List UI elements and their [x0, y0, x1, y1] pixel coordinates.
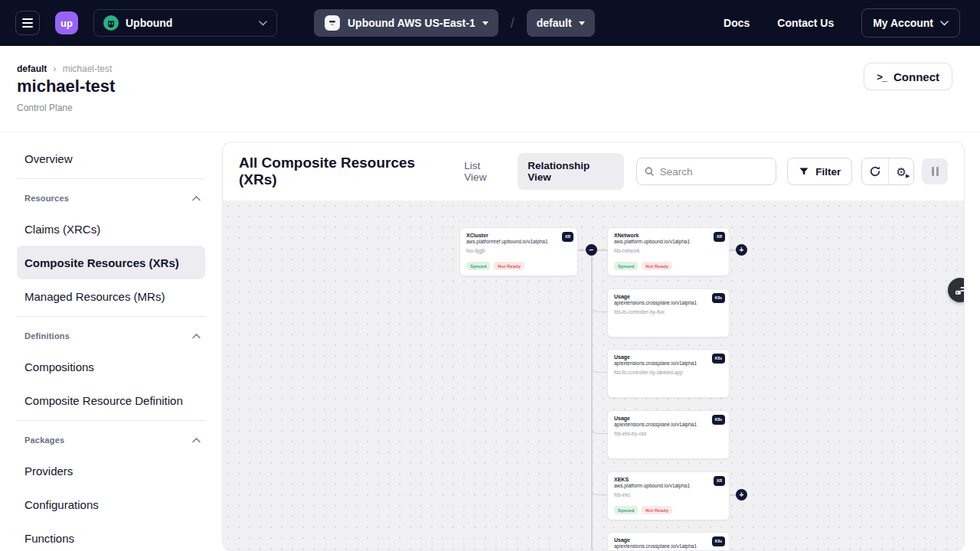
relationship-view-button[interactable]: Relationship View	[518, 153, 624, 190]
gears-icon: ⚙	[896, 166, 906, 178]
kind-badge: XR	[714, 232, 725, 242]
legend-toggle-button[interactable]	[948, 278, 965, 302]
node-title: XNetwork	[614, 233, 723, 239]
view-toggle: List View Relationship View	[454, 153, 624, 190]
collapse-button[interactable]: −	[586, 244, 597, 256]
sidebar-item-claims[interactable]: Claims (XRCs)	[17, 212, 205, 246]
graph-edge-elbow	[591, 487, 607, 495]
menu-button[interactable]	[15, 11, 40, 35]
graph-node-usage-labeled-app[interactable]: K8s Usage apiextensions.crossplane.io/v1…	[607, 349, 730, 398]
node-title: Usage	[614, 294, 723, 300]
graph-edge-elbow	[591, 305, 607, 312]
org-selector-label: Upbound	[126, 17, 172, 29]
play-icon: ▶	[906, 173, 910, 178]
chevron-up-icon	[192, 334, 201, 339]
expand-button[interactable]: +	[736, 489, 747, 500]
node-title: Usage	[614, 416, 723, 422]
breadcrumb-parent[interactable]: default	[17, 64, 47, 74]
pause-icon	[932, 167, 934, 176]
divider	[17, 178, 205, 179]
graph-edge-elbow	[591, 365, 607, 373]
sidebar-item-overview[interactable]: Overview	[17, 142, 205, 175]
node-api-version: aws.platform.upbound.io/v1alpha1	[614, 483, 723, 489]
sidebar-item-managed-resources[interactable]: Managed Resources (MRs)	[17, 279, 205, 313]
node-api-version: apiextensions.crossplane.io/v1alpha1	[614, 422, 723, 428]
run-operations-button[interactable]: ⚙ ▶	[888, 158, 914, 184]
panel-title: All Composite Resources (XRs)	[239, 155, 454, 188]
chevron-down-icon	[940, 21, 949, 26]
node-title: Usage	[614, 354, 723, 360]
my-account-button[interactable]: My Account	[861, 8, 960, 37]
sidebar-section-resources[interactable]: Resources	[17, 184, 205, 212]
node-api-version: apiextensions.crossplane.io/v1alpha1	[614, 300, 723, 306]
node-api-version: apiextensions.crossplane.io/v1alpha1	[614, 543, 723, 549]
graph-actions: ⚙ ▶	[861, 158, 914, 185]
filter-label: Filter	[815, 166, 841, 178]
filter-icon	[799, 166, 809, 177]
graph-node-xcluster[interactable]: XR XCluster aws.platformref.upbound.io/v…	[459, 227, 578, 276]
graph-canvas[interactable]: − + + XR XCluster aws.platformref.upboun…	[223, 201, 964, 550]
filter-button[interactable]: Filter	[787, 158, 852, 185]
top-nav: up Upbound Upbound AWS US-East-1 / defau…	[0, 0, 980, 46]
panel-toolbar: All Composite Resources (XRs) List View …	[223, 142, 964, 201]
chevron-down-icon	[259, 21, 267, 26]
list-view-button[interactable]: List View	[454, 153, 514, 190]
node-api-version: aws.platformref.upbound.io/v1alpha1	[466, 239, 571, 245]
node-status-badges: Synced Not Ready	[466, 262, 524, 270]
graph-node-usage-flux[interactable]: K8s Usage apiextensions.crossplane.io/v1…	[607, 289, 730, 337]
synced-badge: Synced	[614, 506, 638, 514]
search-box	[636, 158, 776, 185]
refresh-button[interactable]	[862, 158, 888, 184]
pause-button[interactable]	[922, 158, 948, 184]
section-title: Packages	[24, 435, 64, 445]
not-ready-badge: Not Ready	[642, 262, 672, 270]
sidebar-item-configurations[interactable]: Configurations	[17, 487, 205, 521]
sidebar: Overview Resources Claims (XRCs) Composi…	[0, 142, 222, 551]
graph-node-xeks[interactable]: XR XEKS aws.platform.upbound.io/v1alpha1…	[607, 471, 730, 520]
kind-badge: XR	[562, 232, 573, 242]
search-input[interactable]	[660, 166, 769, 178]
org-avatar-icon	[103, 15, 119, 31]
section-title: Resources	[24, 194, 69, 203]
page-subtitle: Control Plane	[17, 103, 73, 113]
sidebar-item-composite-resource-definition[interactable]: Composite Resource Definition	[17, 383, 205, 417]
graph-node-usage-bottom[interactable]: K8s Usage apiextensions.crossplane.io/v1…	[607, 532, 730, 551]
kind-badge: XR	[714, 476, 725, 486]
node-resource-name: fds-lb-controller-by-flux	[614, 309, 723, 315]
sidebar-section-definitions[interactable]: Definitions	[17, 322, 205, 350]
group-selector[interactable]: default	[527, 9, 595, 37]
node-resource-name: fds-network	[614, 248, 723, 254]
chevron-up-icon	[192, 196, 201, 201]
refresh-icon	[869, 165, 881, 178]
main-panel: All Composite Resources (XRs) List View …	[222, 142, 965, 551]
org-selector[interactable]: Upbound	[93, 9, 277, 37]
sidebar-item-providers[interactable]: Providers	[17, 454, 205, 487]
synced-badge: Synced	[614, 262, 638, 270]
graph-node-usage-eks-oss[interactable]: K8s Usage apiextensions.crossplane.io/v1…	[607, 410, 730, 459]
kind-badge: K8s	[712, 293, 725, 303]
node-status-badges: Synced Not Ready	[614, 262, 672, 270]
docs-link[interactable]: Docs	[724, 17, 750, 29]
node-status-badges: Synced Not Ready	[614, 506, 672, 514]
sidebar-section-packages[interactable]: Packages	[17, 426, 205, 454]
graph-node-xnetwork[interactable]: XR XNetwork aws.platform.upbound.io/v1al…	[607, 227, 730, 276]
expand-button[interactable]: +	[736, 244, 747, 256]
chevron-up-icon	[192, 438, 201, 443]
control-plane-selector[interactable]: Upbound AWS US-East-1	[314, 9, 498, 37]
divider	[17, 420, 205, 421]
sidebar-item-composite-resources[interactable]: Composite Resources (XRs)	[17, 246, 205, 279]
group-label: default	[537, 17, 572, 29]
sidebar-item-functions[interactable]: Functions	[17, 521, 205, 551]
caret-down-icon	[482, 21, 488, 25]
graph-edge	[591, 256, 593, 551]
connect-button[interactable]: >_ Connect	[864, 63, 952, 90]
sidebar-item-compositions[interactable]: Compositions	[17, 350, 205, 383]
kind-badge: K8s	[712, 536, 725, 546]
upbound-logo[interactable]: up	[55, 11, 78, 34]
search-icon	[645, 166, 654, 177]
caret-down-icon	[579, 21, 585, 25]
not-ready-badge: Not Ready	[642, 506, 672, 514]
terminal-icon: >_	[877, 71, 887, 83]
contact-us-link[interactable]: Contact Us	[777, 17, 834, 29]
node-resource-name: fds-eks	[614, 492, 723, 498]
